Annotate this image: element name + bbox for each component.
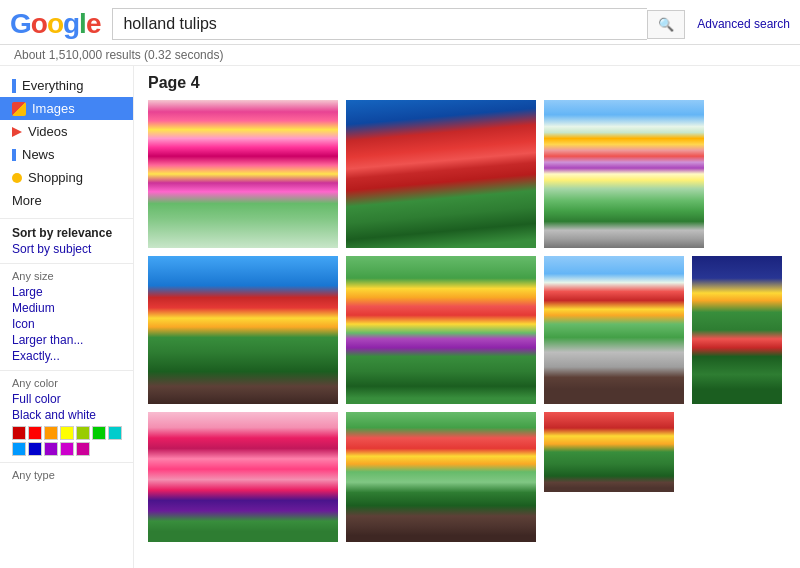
color-bw-link[interactable]: Black and white xyxy=(12,407,125,423)
sidebar-divider-3 xyxy=(0,370,133,371)
color-section: Any color Full color Black and white xyxy=(0,377,133,456)
sidebar: Everything Images Videos News Shopping M… xyxy=(0,66,134,568)
size-larger-than-link[interactable]: Larger than... xyxy=(12,332,125,348)
sidebar-item-images[interactable]: Images xyxy=(0,97,133,120)
image-row-1 xyxy=(148,100,786,248)
image-row-3 xyxy=(148,412,786,542)
header: Google holland tulips 🔍 Advanced search xyxy=(0,0,800,45)
news-icon xyxy=(12,149,16,161)
size-exactly-link[interactable]: Exactly... xyxy=(12,348,125,364)
swatch-blue[interactable] xyxy=(28,442,42,456)
sort-by-subject-link[interactable]: Sort by subject xyxy=(12,241,125,257)
thumbnail-3[interactable] xyxy=(544,100,704,248)
sidebar-item-news-label: News xyxy=(22,147,55,162)
thumbnail-6[interactable] xyxy=(544,256,684,404)
thumbnail-5[interactable] xyxy=(346,256,536,404)
swatch-orange[interactable] xyxy=(44,426,58,440)
search-box: holland tulips 🔍 xyxy=(112,8,685,40)
result-count: About 1,510,000 results (0.32 seconds) xyxy=(14,48,223,62)
shopping-icon xyxy=(12,173,22,183)
sidebar-item-videos-label: Videos xyxy=(28,124,68,139)
thumbnail-4[interactable] xyxy=(148,256,338,404)
sidebar-item-news[interactable]: News xyxy=(0,143,133,166)
size-icon-link[interactable]: Icon xyxy=(12,316,125,332)
color-swatches xyxy=(12,426,125,456)
swatch-teal[interactable] xyxy=(108,426,122,440)
sidebar-divider-1 xyxy=(0,218,133,219)
swatch-red[interactable] xyxy=(28,426,42,440)
sidebar-item-everything[interactable]: Everything xyxy=(0,74,133,97)
type-section-title: Any type xyxy=(12,469,125,481)
sidebar-item-more-label: More xyxy=(12,193,42,208)
swatch-red-dark[interactable] xyxy=(12,426,26,440)
size-large-link[interactable]: Large xyxy=(12,284,125,300)
result-info-bar: About 1,510,000 results (0.32 seconds) xyxy=(0,45,800,66)
sidebar-item-more[interactable]: More xyxy=(0,189,133,212)
content-area: Page 4 xyxy=(134,66,800,568)
sort-by-relevance-link[interactable]: Sort by relevance xyxy=(12,225,125,241)
sidebar-item-images-label: Images xyxy=(32,101,75,116)
sidebar-item-everything-label: Everything xyxy=(22,78,83,93)
logo-g2: g xyxy=(63,8,79,39)
main-layout: Everything Images Videos News Shopping M… xyxy=(0,66,800,568)
logo-g: G xyxy=(10,8,31,39)
color-section-title: Any color xyxy=(12,377,125,389)
swatch-purple[interactable] xyxy=(44,442,58,456)
image-grid xyxy=(148,100,786,542)
advanced-search-link[interactable]: Advanced search xyxy=(697,17,790,31)
search-input[interactable]: holland tulips xyxy=(112,8,647,40)
swatch-pink[interactable] xyxy=(76,442,90,456)
color-full-link[interactable]: Full color xyxy=(12,391,125,407)
images-icon xyxy=(12,102,26,116)
sidebar-item-videos[interactable]: Videos xyxy=(0,120,133,143)
sort-section: Sort by relevance Sort by subject xyxy=(0,225,133,257)
videos-icon xyxy=(12,127,22,137)
swatch-yellow[interactable] xyxy=(60,426,74,440)
logo-o1: o xyxy=(31,8,47,39)
sidebar-item-shopping[interactable]: Shopping xyxy=(0,166,133,189)
logo-o2: o xyxy=(47,8,63,39)
search-button[interactable]: 🔍 xyxy=(647,10,685,39)
logo-e: e xyxy=(86,8,101,39)
logo-l: l xyxy=(79,8,86,39)
swatch-lime[interactable] xyxy=(76,426,90,440)
thumbnail-1[interactable] xyxy=(148,100,338,248)
image-row-2 xyxy=(148,256,786,404)
thumbnail-2[interactable] xyxy=(346,100,536,248)
swatch-lightblue[interactable] xyxy=(12,442,26,456)
size-medium-link[interactable]: Medium xyxy=(12,300,125,316)
thumbnail-7[interactable] xyxy=(692,256,782,404)
sidebar-divider-2 xyxy=(0,263,133,264)
swatch-green[interactable] xyxy=(92,426,106,440)
sidebar-divider-4 xyxy=(0,462,133,463)
size-section: Any size Large Medium Icon Larger than..… xyxy=(0,270,133,364)
google-logo: Google xyxy=(10,8,100,40)
sidebar-item-shopping-label: Shopping xyxy=(28,170,83,185)
swatch-magenta[interactable] xyxy=(60,442,74,456)
thumbnail-8[interactable] xyxy=(148,412,338,542)
size-section-title: Any size xyxy=(12,270,125,282)
thumbnail-9[interactable] xyxy=(346,412,536,542)
type-section: Any type xyxy=(0,469,133,481)
everything-icon xyxy=(12,79,16,93)
thumbnail-10[interactable] xyxy=(544,412,674,492)
page-heading: Page 4 xyxy=(148,74,786,92)
